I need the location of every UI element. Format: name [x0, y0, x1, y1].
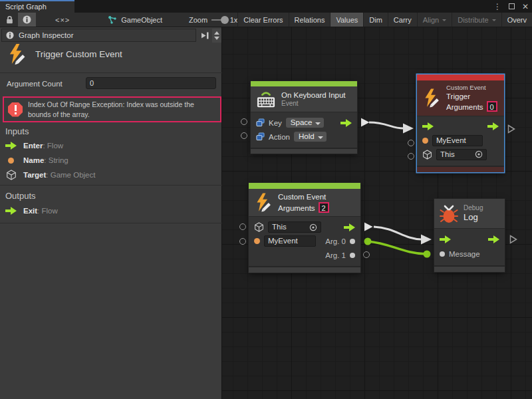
event-name-field[interactable]: MyEvent [264, 235, 316, 247]
custom-event-icon [422, 88, 441, 108]
toolbar-actions: Clear Errors Relations Values Dim Carry … [237, 13, 532, 27]
port-event-target[interactable] [239, 223, 246, 230]
flow-out-arrow-icon[interactable] [487, 122, 499, 130]
script-graph-icon [108, 15, 117, 25]
values-button[interactable]: Values [330, 13, 363, 27]
wire-endpoint [364, 238, 372, 245]
argument-count-label: Argument Count [7, 80, 63, 88]
string-port-icon [8, 158, 14, 164]
port-trigger-name[interactable] [408, 140, 414, 146]
target-field[interactable]: This [268, 221, 321, 233]
graph-canvas[interactable]: On Keyboard Input Event Key Space [222, 27, 532, 399]
divider [0, 223, 222, 223]
action-dropdown[interactable]: Hold [294, 132, 327, 142]
relations-button[interactable]: Relations [289, 13, 331, 27]
gameobject-cube-icon [422, 150, 432, 160]
graph-owner[interactable]: GameObject [102, 13, 168, 27]
object-picker-icon[interactable] [309, 223, 317, 231]
lock-icon [6, 15, 13, 24]
port-event-name[interactable] [239, 238, 246, 245]
error-message-text: Index Out Of Range Exception: Index was … [28, 100, 216, 119]
arg0-port[interactable] [350, 239, 355, 244]
target-field[interactable]: This [436, 149, 487, 160]
flow-out-arrow-icon[interactable] [488, 235, 499, 243]
string-port-icon [254, 238, 260, 244]
argument-count-input[interactable] [86, 77, 216, 89]
action-row: Action Hold [251, 130, 357, 144]
gameobject-cube-icon [5, 170, 17, 180]
flow-in-arrow-icon[interactable] [422, 122, 434, 130]
message-port[interactable] [440, 251, 445, 257]
panel-scroll-spinner[interactable] [212, 29, 221, 43]
clear-errors-button[interactable]: Clear Errors [237, 13, 288, 27]
zoom-slider-handle[interactable] [221, 16, 229, 24]
flow-row [434, 232, 505, 246]
flow-out-arrow-icon[interactable] [344, 223, 355, 231]
node-custom-event[interactable]: Custom Event Arguments2 This [249, 183, 360, 273]
port-keyboard-trigger-out[interactable] [360, 118, 370, 127]
dock-panel-button[interactable] [199, 29, 211, 41]
node-on-keyboard-input[interactable]: On Keyboard Input Event Key Space [251, 81, 357, 154]
window-maximize-icon[interactable] [509, 3, 515, 9]
node-title: Custom Event [278, 192, 329, 201]
lock-button[interactable] [1, 13, 18, 27]
target-row: This [249, 220, 360, 234]
port-keyboard-action[interactable] [241, 132, 247, 139]
node-kind: Debug [464, 204, 483, 213]
window-menu-icon[interactable]: ⋮ [493, 3, 501, 11]
node-trigger-custom-event[interactable]: Custom Event Trigger Arguments0 MyEvent [417, 74, 504, 172]
event-color-bar [251, 81, 357, 86]
window-tab-bar: Script Graph ⋮ ✕ [0, 0, 532, 13]
node-header[interactable]: Debug Log [434, 199, 505, 228]
port-keyboard-key[interactable] [241, 118, 247, 125]
node-header[interactable]: On Keyboard Input Event [251, 86, 357, 112]
arguments-count-badge: 2 [319, 202, 329, 213]
port-event-trigger-out[interactable] [364, 222, 373, 231]
node-subtitle: Event [281, 100, 346, 108]
flow-out-arrow-icon[interactable] [340, 119, 352, 127]
edit-source-button[interactable]: <×> [51, 13, 74, 27]
object-picker-icon[interactable] [475, 150, 483, 158]
scroll-up-icon[interactable] [214, 29, 219, 35]
overview-button[interactable]: Overv [501, 13, 532, 27]
dock-right-icon [201, 31, 209, 40]
custom-event-icon [254, 192, 273, 213]
input-row-name: Name: String [5, 156, 68, 164]
key-dropdown[interactable]: Space [286, 118, 325, 128]
target-row: This [417, 148, 504, 162]
node-footer [417, 166, 504, 172]
distribute-dropdown[interactable]: Distribute [452, 13, 501, 27]
port-log-exit[interactable] [509, 235, 518, 244]
zoom-slider[interactable] [211, 19, 227, 21]
node-footer [434, 265, 505, 272]
node-header[interactable]: Custom Event Arguments2 [249, 189, 360, 216]
arg1-port[interactable] [350, 253, 355, 258]
key-row: Key Space [251, 116, 357, 130]
input-row-target: Target: Game Object [5, 170, 95, 180]
port-event-arg1[interactable] [363, 251, 370, 258]
carry-button[interactable]: Carry [388, 13, 417, 27]
tab-script-graph[interactable]: Script Graph [0, 0, 74, 13]
dim-button[interactable]: Dim [363, 13, 388, 27]
error-icon [8, 102, 23, 117]
info-icon [23, 15, 31, 24]
port-trigger-exit[interactable] [507, 124, 516, 134]
event-name-field[interactable]: MyEvent [432, 135, 483, 146]
inspector-toggle-button[interactable] [18, 13, 36, 27]
port-trigger-target[interactable] [408, 153, 414, 160]
zoom-label: Zoom [189, 16, 207, 24]
graph-inspector-panel: Graph Inspector Trigger Custom Event Arg… [0, 27, 222, 399]
flow-in-arrow-icon[interactable] [440, 235, 451, 243]
keyboard-icon [256, 90, 276, 108]
message-row: Message [434, 246, 505, 261]
window-close-icon[interactable]: ✕ [522, 3, 529, 11]
code-icon: <×> [55, 16, 70, 24]
wire-endpoint [424, 251, 431, 258]
node-header[interactable]: Custom Event Trigger Arguments0 [417, 80, 504, 116]
chevron-down-icon [492, 19, 496, 23]
node-debug-log[interactable]: Debug Log Message [434, 199, 505, 272]
input-row-enter: Enter: Flow [5, 142, 63, 150]
scroll-down-icon[interactable] [214, 37, 219, 43]
bug-icon [440, 203, 458, 223]
align-dropdown[interactable]: Align [417, 13, 452, 27]
